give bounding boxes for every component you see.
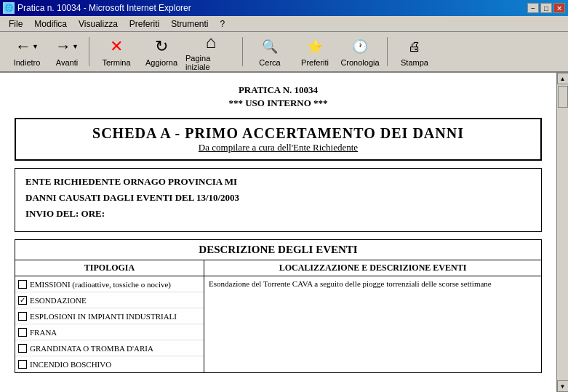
forward-button[interactable]: →▼ Avanti [51, 34, 83, 69]
list-item[interactable]: INCENDIO BOSCHIVO [15, 356, 204, 372]
col-localizzazione-header: LOCALIZZAZIONE E DESCRIZIONE EVENTI [204, 260, 541, 276]
list-item[interactable]: FRANA [15, 324, 204, 340]
separator-2 [242, 37, 243, 66]
back-icon: ←▼ [17, 36, 37, 57]
description-column: Esondazione del Torrente CAVA a seguito … [204, 276, 541, 372]
history-button[interactable]: 🕐 Cronologia [339, 34, 381, 69]
stop-button[interactable]: ✕ Termina [95, 34, 137, 69]
section-title: DESCRIZIONE DEGLI EVENTI [15, 239, 542, 260]
menu-preferiti[interactable]: Preferiti [124, 17, 165, 31]
label-esondazione: ESONDAZIONE [30, 296, 87, 305]
favorites-button[interactable]: ⭐ Preferiti [294, 34, 336, 69]
description-text: Esondazione del Torrente CAVA a seguito … [209, 279, 492, 288]
home-icon: ⌂ [201, 32, 221, 52]
favorites-icon: ⭐ [305, 36, 325, 57]
checkbox-grandinata[interactable] [18, 344, 27, 353]
history-icon: 🕐 [350, 36, 370, 57]
list-item[interactable]: GRANDINATA O TROMBA D'ARIA [15, 340, 204, 356]
list-item[interactable]: EMISSIONI (radioattive, tossiche o nociv… [15, 276, 204, 292]
uso-interno: *** USO INTERNO *** [15, 97, 542, 109]
page-content: PRATICA N. 10034 *** USO INTERNO *** SCH… [0, 73, 556, 392]
scroll-thumb[interactable] [558, 86, 568, 108]
content-area: PRATICA N. 10034 *** USO INTERNO *** SCH… [0, 73, 568, 392]
home-label: Pagina iniziale [185, 54, 236, 71]
checkbox-incendio[interactable] [18, 360, 27, 369]
checkbox-emissioni[interactable] [18, 280, 27, 289]
home-button[interactable]: ⌂ Pagina iniziale [185, 34, 236, 69]
search-icon: 🔍 [260, 36, 280, 57]
search-label: Cerca [259, 58, 280, 67]
checkbox-esondazione[interactable]: ✓ [18, 296, 27, 305]
window-title: Pratica n. 10034 - Microsoft Internet Ex… [17, 3, 191, 13]
close-button[interactable]: ✕ [553, 3, 565, 13]
ente-richiedente: ENTE RICHIEDENTE ORNAGO PROVINCIA MI [25, 176, 531, 188]
minimize-button[interactable]: − [527, 3, 539, 13]
menu-help[interactable]: ? [215, 17, 231, 31]
favorites-label: Preferiti [301, 58, 329, 67]
table-header: TIPOLOGIA LOCALIZZAZIONE E DESCRIZIONE E… [15, 260, 541, 276]
back-label: Indietro [14, 58, 41, 67]
refresh-button[interactable]: ↻ Aggiorna [140, 34, 183, 69]
refresh-icon: ↻ [151, 36, 172, 57]
back-button[interactable]: ←▼ Indietro [6, 34, 48, 69]
events-table: TIPOLOGIA LOCALIZZAZIONE E DESCRIZIONE E… [15, 260, 542, 373]
header-box: SCHEDA A - PRIMO ACCERTAMENTO DEI DANNI … [15, 118, 542, 161]
stop-icon: ✕ [106, 36, 127, 57]
scrollbar[interactable]: ▲ ▼ [556, 73, 568, 392]
checkbox-frana[interactable] [18, 328, 27, 337]
maximize-button[interactable]: □ [540, 3, 552, 13]
toolbar: ←▼ Indietro →▼ Avanti ✕ Termina ↻ Aggior… [0, 32, 568, 73]
info-box: ENTE RICHIEDENTE ORNAGO PROVINCIA MI DAN… [15, 168, 542, 232]
list-item[interactable]: ✓ ESONDAZIONE [15, 292, 204, 308]
invio-del: INVIO DEL: ORE: [25, 208, 531, 220]
title-bar: 🌐 Pratica n. 10034 - Microsoft Internet … [0, 0, 568, 16]
menu-strumenti[interactable]: Strumenti [165, 17, 214, 31]
label-esplosioni: ESPLOSIONI IN IMPIANTI INDUSTRIALI [30, 312, 177, 321]
scheda-subtitle: Da compilare a cura dell'Ente Richiedent… [25, 142, 532, 153]
menu-modifica[interactable]: Modifica [28, 17, 73, 31]
scroll-down-button[interactable]: ▼ [557, 380, 569, 392]
checkbox-esplosioni[interactable] [18, 312, 27, 321]
pratica-number: PRATICA N. 10034 [15, 84, 542, 96]
stop-label: Termina [102, 58, 130, 67]
danni-causati: DANNI CAUSATI DAGLI EVENTI DEL 13/10/200… [25, 192, 531, 204]
table-body: EMISSIONI (radioattive, tossiche o nociv… [15, 276, 541, 372]
search-button[interactable]: 🔍 Cerca [249, 34, 291, 69]
window-controls: − □ ✕ [527, 3, 565, 13]
menu-visualizza[interactable]: Visualizza [73, 17, 124, 31]
history-label: Cronologia [340, 58, 379, 67]
print-button[interactable]: 🖨 Stampa [393, 34, 436, 69]
label-grandinata: GRANDINATA O TROMBA D'ARIA [30, 344, 153, 353]
refresh-label: Aggiorna [145, 58, 177, 67]
scroll-up-button[interactable]: ▲ [557, 73, 569, 84]
menu-file[interactable]: File [3, 17, 28, 31]
separator-1 [89, 37, 89, 66]
label-frana: FRANA [30, 328, 57, 337]
print-icon: 🖨 [404, 36, 425, 57]
forward-label: Avanti [56, 58, 78, 67]
scheda-title: SCHEDA A - PRIMO ACCERTAMENTO DEI DANNI [25, 125, 532, 142]
app-icon: 🌐 [3, 2, 15, 14]
checkbox-column: EMISSIONI (radioattive, tossiche o nociv… [15, 276, 204, 372]
col-tipologia-header: TIPOLOGIA [15, 260, 204, 276]
list-item[interactable]: ESPLOSIONI IN IMPIANTI INDUSTRIALI [15, 308, 204, 324]
label-emissioni: EMISSIONI (radioattive, tossiche o nociv… [30, 280, 171, 289]
separator-3 [387, 37, 388, 66]
forward-icon: →▼ [57, 36, 77, 57]
label-incendio: INCENDIO BOSCHIVO [30, 360, 111, 369]
print-label: Stampa [401, 58, 428, 67]
menu-bar: File Modifica Visualizza Preferiti Strum… [0, 16, 568, 32]
